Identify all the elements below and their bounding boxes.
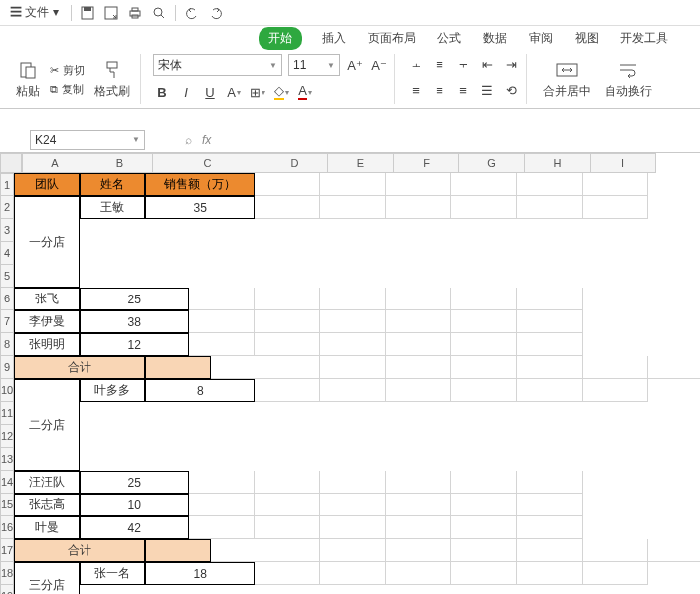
font-color-button[interactable]: A▾ bbox=[296, 82, 314, 101]
col-header[interactable]: C bbox=[153, 153, 262, 173]
cell[interactable]: 汪汪队 bbox=[14, 471, 80, 494]
cell[interactable] bbox=[211, 356, 320, 379]
bold-button[interactable]: B bbox=[153, 82, 171, 101]
copy-button[interactable]: ⧉复制 bbox=[50, 82, 85, 97]
cell[interactable] bbox=[386, 471, 451, 494]
border-button[interactable]: ⊞▾ bbox=[249, 82, 266, 101]
cell[interactable] bbox=[583, 356, 648, 379]
cell[interactable]: 王敏 bbox=[80, 196, 145, 219]
cell[interactable] bbox=[255, 471, 320, 494]
row-header[interactable]: 5 bbox=[0, 265, 14, 288]
cell[interactable] bbox=[189, 471, 255, 494]
save-as-icon[interactable] bbox=[103, 5, 119, 21]
cell[interactable] bbox=[189, 310, 255, 333]
cell[interactable] bbox=[517, 288, 583, 310]
file-menu[interactable]: ☰ 文件 ▾ bbox=[6, 2, 63, 23]
tab-dev[interactable]: 开发工具 bbox=[618, 27, 670, 50]
cell[interactable] bbox=[255, 173, 320, 196]
cell[interactable] bbox=[451, 333, 517, 356]
cell[interactable] bbox=[451, 173, 517, 196]
cell[interactable] bbox=[189, 288, 255, 310]
cell[interactable] bbox=[517, 310, 583, 333]
cell[interactable] bbox=[189, 333, 255, 356]
row-header[interactable]: 7 bbox=[0, 310, 14, 333]
cells-area[interactable]: 团队姓名销售额（万）一分店王敏35张飞25李伊曼38张明明12合计二分店叶多多8… bbox=[14, 173, 700, 594]
row-header[interactable]: 13 bbox=[0, 448, 14, 471]
cell[interactable] bbox=[386, 379, 451, 402]
cell[interactable] bbox=[517, 173, 583, 196]
cell[interactable]: 销售额（万） bbox=[145, 173, 255, 196]
align-center-icon[interactable]: ≡ bbox=[431, 80, 448, 99]
cell[interactable] bbox=[386, 562, 451, 585]
cell[interactable] bbox=[517, 471, 583, 494]
cell[interactable] bbox=[451, 356, 517, 379]
print-preview-icon[interactable] bbox=[151, 5, 167, 21]
cell[interactable]: 10 bbox=[80, 494, 189, 516]
cell[interactable] bbox=[189, 494, 255, 516]
align-left-icon[interactable]: ≡ bbox=[407, 80, 425, 99]
undo-icon[interactable] bbox=[184, 5, 200, 21]
cell[interactable] bbox=[451, 288, 517, 310]
row-header[interactable]: 9 bbox=[0, 356, 14, 379]
cell[interactable] bbox=[255, 562, 320, 585]
cell[interactable] bbox=[255, 288, 320, 310]
format-painter-button[interactable]: 格式刷 bbox=[90, 57, 134, 101]
cell[interactable] bbox=[320, 494, 386, 516]
cell[interactable]: 12 bbox=[80, 333, 189, 356]
name-box[interactable]: K24▼ bbox=[30, 130, 145, 150]
cell[interactable]: 42 bbox=[80, 516, 189, 539]
col-header[interactable]: I bbox=[591, 153, 656, 173]
paste-button[interactable]: 粘贴 bbox=[12, 57, 44, 101]
cell[interactable] bbox=[386, 310, 451, 333]
row-header[interactable]: 12 bbox=[0, 425, 14, 448]
cell[interactable] bbox=[451, 196, 517, 219]
row-header[interactable]: 14 bbox=[0, 471, 14, 494]
cell[interactable] bbox=[517, 516, 583, 539]
cell[interactable] bbox=[583, 379, 648, 402]
cell[interactable] bbox=[386, 356, 451, 379]
cell[interactable]: 团队 bbox=[14, 173, 80, 196]
cell[interactable]: 35 bbox=[145, 196, 255, 219]
tab-start[interactable]: 开始 bbox=[259, 27, 302, 50]
font-style-button[interactable]: A▾ bbox=[225, 82, 243, 101]
cell[interactable] bbox=[583, 562, 648, 585]
cell[interactable] bbox=[451, 310, 517, 333]
cell[interactable] bbox=[648, 539, 700, 562]
cell[interactable] bbox=[320, 333, 386, 356]
fx-icon[interactable]: fx bbox=[202, 133, 211, 147]
row-header[interactable]: 4 bbox=[0, 242, 14, 265]
cell[interactable] bbox=[145, 539, 211, 562]
tab-view[interactable]: 视图 bbox=[573, 27, 601, 50]
cell[interactable] bbox=[320, 310, 386, 333]
cell[interactable] bbox=[583, 539, 648, 562]
cell[interactable] bbox=[517, 196, 583, 219]
cell[interactable] bbox=[320, 356, 386, 379]
cell[interactable] bbox=[320, 471, 386, 494]
cell[interactable]: 一分店 bbox=[14, 196, 80, 288]
cell[interactable] bbox=[386, 516, 451, 539]
tab-insert[interactable]: 插入 bbox=[320, 27, 348, 50]
cell[interactable] bbox=[255, 379, 320, 402]
align-top-icon[interactable]: ⫠ bbox=[407, 54, 425, 74]
italic-button[interactable]: I bbox=[177, 82, 195, 101]
cell[interactable] bbox=[320, 539, 386, 562]
cell[interactable] bbox=[517, 539, 583, 562]
cell[interactable] bbox=[255, 196, 320, 219]
cell[interactable] bbox=[386, 196, 451, 219]
col-header[interactable]: A bbox=[22, 153, 88, 173]
cell[interactable] bbox=[255, 310, 320, 333]
increase-indent-icon[interactable]: ⇥ bbox=[502, 54, 520, 74]
cell[interactable]: 张志高 bbox=[14, 494, 80, 516]
cell[interactable]: 25 bbox=[80, 288, 189, 310]
cell[interactable] bbox=[517, 379, 583, 402]
row-header[interactable]: 11 bbox=[0, 402, 14, 425]
col-header[interactable]: E bbox=[328, 153, 394, 173]
cell[interactable]: 李伊曼 bbox=[14, 310, 80, 333]
cell[interactable] bbox=[386, 173, 451, 196]
cell[interactable]: 25 bbox=[80, 471, 189, 494]
cell[interactable]: 18 bbox=[145, 562, 255, 585]
tab-data[interactable]: 数据 bbox=[481, 27, 509, 50]
underline-button[interactable]: U bbox=[201, 82, 219, 101]
cell[interactable] bbox=[517, 562, 583, 585]
fill-color-button[interactable]: ◇▾ bbox=[272, 82, 290, 101]
